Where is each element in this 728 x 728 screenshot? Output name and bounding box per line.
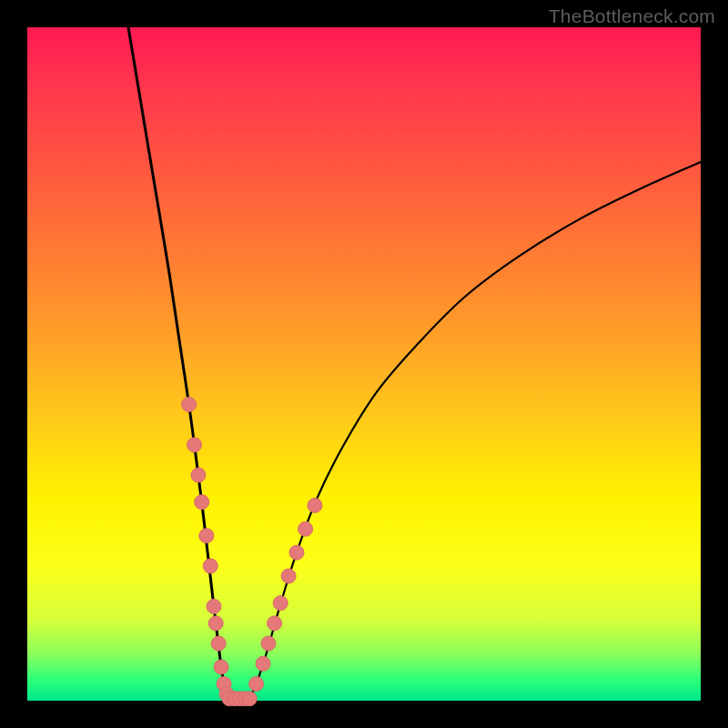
data-marker <box>268 616 282 631</box>
data-marker <box>208 616 223 631</box>
chart-frame: TheBottleneck.com <box>0 0 728 728</box>
data-marker <box>249 677 264 692</box>
curve-segment <box>128 27 229 699</box>
data-marker <box>261 636 276 651</box>
data-marker <box>214 660 228 674</box>
marker-layer <box>182 397 322 705</box>
data-marker <box>289 545 304 560</box>
plot-area <box>27 27 701 701</box>
data-marker <box>199 529 214 543</box>
data-marker <box>273 596 288 611</box>
data-marker <box>242 692 257 706</box>
data-marker <box>191 468 206 482</box>
data-marker <box>211 636 226 651</box>
watermark-text: TheBottleneck.com <box>549 5 715 27</box>
data-marker <box>203 559 217 573</box>
data-marker <box>308 498 322 512</box>
data-marker <box>256 656 270 671</box>
chart-svg <box>27 27 701 701</box>
data-marker <box>281 569 296 583</box>
data-marker <box>187 438 202 452</box>
data-marker <box>207 599 221 613</box>
data-marker <box>298 521 313 536</box>
curve-layer <box>128 27 701 699</box>
data-marker <box>195 495 209 510</box>
data-marker <box>182 397 197 411</box>
curve-segment <box>249 162 701 699</box>
